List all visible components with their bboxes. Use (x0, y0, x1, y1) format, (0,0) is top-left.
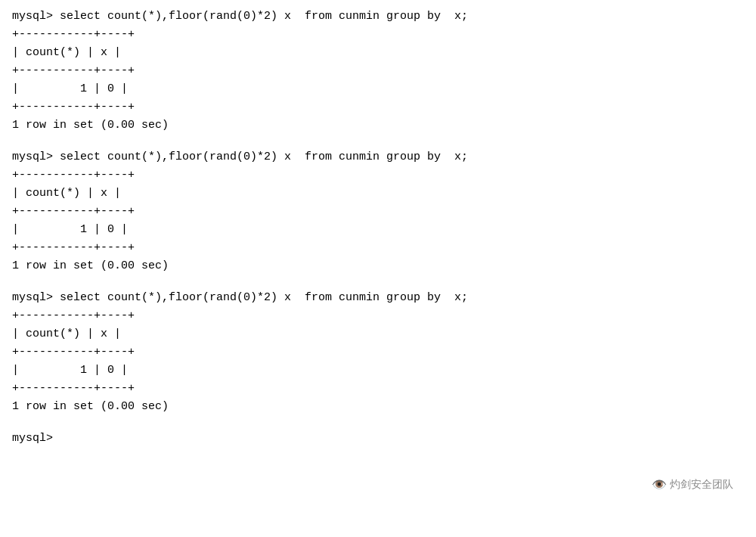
terminal-window: mysql> select count(*),floor(rand(0)*2) … (0, 0, 756, 537)
table-header-2: | count(*) | x | (12, 185, 744, 203)
watermark-text: 灼剑安全团队 (670, 478, 733, 492)
terminal-block-3: mysql> select count(*),floor(rand(0)*2) … (12, 289, 744, 416)
terminal-block-2: mysql> select count(*),floor(rand(0)*2) … (12, 148, 744, 275)
table-row-1: | 1 | 0 | (12, 80, 744, 98)
table-border-bottom-1: +-----------+----+ (12, 98, 744, 116)
terminal-block-1: mysql> select count(*),floor(rand(0)*2) … (12, 8, 744, 135)
table-border-bottom-3: +-----------+----+ (12, 380, 744, 398)
command-line-3: mysql> select count(*),floor(rand(0)*2) … (12, 289, 744, 307)
table-border-top-2: +-----------+----+ (12, 166, 744, 185)
table-border-top-3: +-----------+----+ (12, 307, 744, 325)
result-info-1: 1 row in set (0.00 sec) (12, 116, 744, 135)
command-line-1: mysql> select count(*),floor(rand(0)*2) … (12, 8, 744, 26)
table-row-3: | 1 | 0 | (12, 362, 744, 380)
table-header-3: | count(*) | x | (12, 325, 744, 343)
table-border-top-1: +-----------+----+ (12, 26, 744, 44)
result-info-3: 1 row in set (0.00 sec) (12, 398, 744, 416)
command-line-2: mysql> select count(*),floor(rand(0)*2) … (12, 148, 744, 166)
table-row-2: | 1 | 0 | (12, 221, 744, 239)
final-prompt[interactable]: mysql> (12, 430, 744, 448)
table-header-1: | count(*) | x | (12, 44, 744, 62)
watermark-icon: 👁️ (652, 477, 667, 492)
table-header-border-3: +-----------+----+ (12, 343, 744, 362)
watermark: 👁️ 灼剑安全团队 (652, 477, 733, 492)
table-border-bottom-2: +-----------+----+ (12, 239, 744, 257)
table-header-border-2: +-----------+----+ (12, 203, 744, 221)
table-header-border-1: +-----------+----+ (12, 62, 744, 80)
result-info-2: 1 row in set (0.00 sec) (12, 257, 744, 275)
